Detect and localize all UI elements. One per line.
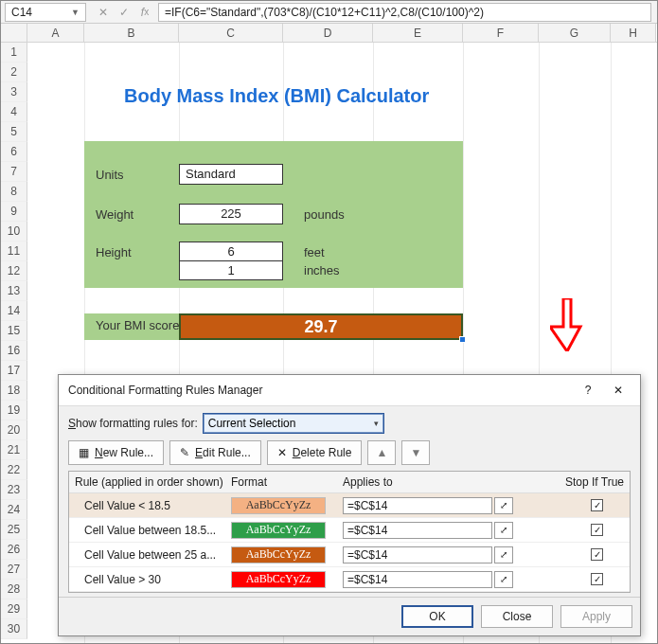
applies-to-input[interactable]: =$C$14 — [343, 546, 492, 564]
edit-rule-icon: ✎ — [180, 446, 189, 459]
cancel-formula-icon[interactable]: ✕ — [94, 3, 113, 22]
formula-bar: C14 ▼ ✕ ✓ fx =IF(C6="Standard",(703*C8)/… — [1, 1, 657, 24]
col-head[interactable]: C — [179, 24, 283, 42]
delete-rule-button[interactable]: ✕ Delete Rule — [267, 440, 363, 465]
help-button[interactable]: ? — [574, 381, 602, 400]
apply-button[interactable]: Apply — [560, 605, 632, 628]
close-icon[interactable]: ✕ — [604, 381, 632, 400]
row-head[interactable]: 24 — [1, 500, 27, 520]
range-picker-icon[interactable]: ⤢ — [494, 571, 513, 588]
spreadsheet-grid[interactable]: A B C D E F G H 123456789101112131415161… — [1, 24, 658, 644]
applies-to-input[interactable]: =$C$14 — [343, 571, 492, 588]
dialog-titlebar[interactable]: Conditional Formatting Rules Manager ? ✕ — [59, 375, 640, 406]
rule-format-preview: AaBbCcYyZz — [231, 497, 326, 514]
row-head[interactable]: 26 — [1, 540, 27, 560]
weight-cell[interactable]: 225 — [179, 204, 283, 224]
row-head[interactable]: 12 — [1, 261, 27, 281]
row-head[interactable]: 1 — [1, 43, 27, 63]
range-picker-icon[interactable]: ⤢ — [494, 546, 513, 564]
show-rules-label: Show formatting rules for: — [68, 417, 198, 430]
row-head[interactable]: 6 — [1, 142, 27, 162]
row-head[interactable]: 30 — [1, 619, 27, 639]
row-head[interactable]: 11 — [1, 242, 27, 261]
move-up-button[interactable]: ▲ — [367, 440, 396, 465]
units-cell[interactable]: Standard — [179, 164, 283, 185]
edit-rule-button[interactable]: ✎ Edit Rule... — [169, 440, 261, 465]
row-head[interactable]: 14 — [1, 301, 27, 321]
rule-desc: Cell Value between 18.5... — [75, 524, 231, 537]
select-all-corner[interactable] — [1, 24, 27, 42]
row-head[interactable]: 8 — [1, 182, 27, 202]
applies-to-input[interactable]: =$C$14 — [343, 497, 492, 514]
rule-desc: Cell Value between 25 a... — [75, 548, 231, 562]
fx-icon[interactable]: fx — [135, 3, 154, 22]
close-button[interactable]: Close — [481, 605, 553, 628]
show-rules-select[interactable]: Current Selection ▾ — [204, 414, 383, 433]
new-rule-button[interactable]: ▦ New Rule... — [68, 440, 164, 465]
row-head[interactable]: 19 — [1, 401, 27, 420]
col-head[interactable]: F — [463, 24, 539, 42]
column-headers: A B C D E F G H — [1, 24, 658, 43]
row-head[interactable]: 13 — [1, 281, 27, 301]
row-head[interactable]: 15 — [1, 321, 27, 341]
formula-input[interactable]: =IF(C6="Standard",(703*C8)/(C10*12+C11)^… — [158, 3, 651, 22]
row-head[interactable]: 17 — [1, 361, 27, 381]
row-head[interactable]: 21 — [1, 440, 27, 460]
rules-header: Rule (applied in order shown) Format App… — [69, 472, 630, 493]
row-head[interactable]: 7 — [1, 162, 27, 182]
height-ft-value: 6 — [227, 244, 234, 259]
move-down-button[interactable]: ▼ — [401, 440, 430, 465]
row-head[interactable]: 18 — [1, 381, 27, 401]
height-in-unit: inches — [304, 263, 340, 277]
row-head[interactable]: 25 — [1, 520, 27, 540]
stop-if-true-checkbox[interactable]: ✓ — [591, 573, 603, 585]
col-head[interactable]: H — [611, 24, 656, 42]
row-head[interactable]: 22 — [1, 460, 27, 480]
stop-if-true-checkbox[interactable]: ✓ — [591, 548, 603, 561]
stop-if-true-checkbox[interactable]: ✓ — [591, 524, 603, 536]
row-head[interactable]: 20 — [1, 420, 27, 440]
range-picker-icon[interactable]: ⤢ — [494, 522, 513, 539]
rule-row[interactable]: Cell Value > 30AaBbCcYyZz=$C$14⤢✓ — [69, 567, 630, 592]
new-rule-icon: ▦ — [79, 446, 89, 459]
range-picker-icon[interactable]: ⤢ — [494, 497, 513, 514]
rule-row[interactable]: Cell Value between 18.5...AaBbCcYyZz=$C$… — [69, 518, 630, 543]
name-box-value: C14 — [11, 5, 32, 20]
height-in-cell[interactable]: 1 — [179, 260, 283, 280]
row-head[interactable]: 28 — [1, 580, 27, 599]
row-head[interactable]: 29 — [1, 599, 27, 619]
accept-formula-icon[interactable]: ✓ — [115, 3, 133, 22]
row-head[interactable]: 4 — [1, 102, 27, 122]
height-ft-cell[interactable]: 6 — [179, 242, 283, 261]
col-head[interactable]: E — [373, 24, 463, 42]
col-head[interactable]: D — [283, 24, 373, 42]
row-head[interactable]: 27 — [1, 560, 27, 580]
ok-button[interactable]: OK — [401, 605, 473, 628]
rule-desc: Cell Value < 18.5 — [75, 499, 231, 512]
applies-to-input[interactable]: =$C$14 — [343, 522, 492, 539]
row-head[interactable]: 2 — [1, 63, 27, 82]
chevron-down-icon[interactable]: ▼ — [71, 5, 80, 20]
row-head[interactable]: 5 — [1, 122, 27, 142]
head-stop: Stop If True — [532, 475, 624, 489]
weight-unit: pounds — [304, 207, 345, 222]
row-head[interactable]: 3 — [1, 82, 27, 102]
selection-handle[interactable] — [459, 336, 466, 343]
stop-if-true-checkbox[interactable]: ✓ — [591, 499, 603, 511]
head-rule: Rule (applied in order shown) — [75, 475, 231, 489]
row-head[interactable]: 10 — [1, 222, 27, 242]
arrow-down-icon: ▼ — [411, 446, 422, 459]
col-head[interactable]: A — [27, 24, 84, 42]
row-head[interactable]: 9 — [1, 202, 27, 222]
row-headers: 1234567891011121314151617181920212223242… — [1, 43, 27, 639]
rule-row[interactable]: Cell Value < 18.5AaBbCcYyZz=$C$14⤢✓ — [69, 493, 630, 518]
name-box[interactable]: C14 ▼ — [5, 3, 86, 22]
arrow-up-icon: ▲ — [377, 446, 388, 459]
rule-row[interactable]: Cell Value between 25 a...AaBbCcYyZz=$C$… — [69, 543, 630, 567]
row-head[interactable]: 23 — [1, 480, 27, 500]
col-head[interactable]: B — [84, 24, 179, 42]
bmi-score-cell[interactable]: 29.7 — [179, 313, 463, 340]
rule-format-preview: AaBbCcYyZz — [231, 522, 326, 539]
row-head[interactable]: 16 — [1, 341, 27, 361]
col-head[interactable]: G — [539, 24, 611, 42]
